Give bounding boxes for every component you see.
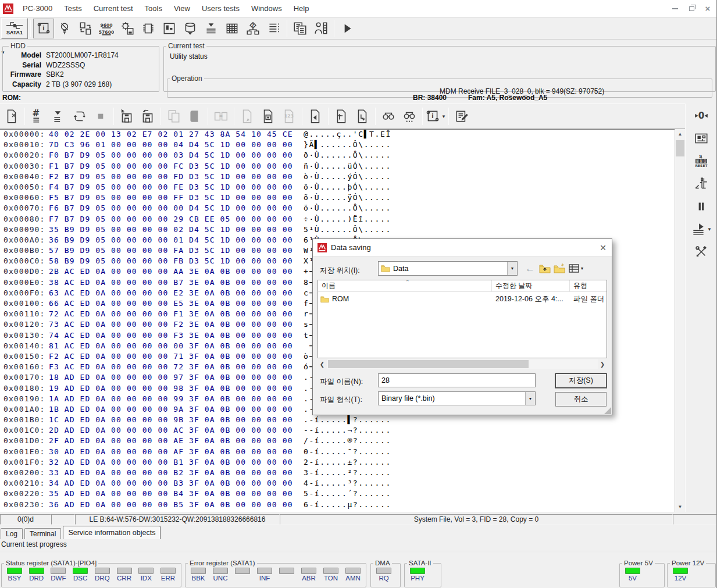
column-type[interactable]: 유형 xyxy=(570,280,607,291)
reset-counter-button[interactable]: 1000RESET xyxy=(691,151,712,171)
address-button[interactable]: # xyxy=(27,106,48,126)
hex-row[interactable]: 0x001E0:30 AD ED 0A 00 00 00 00 AF 3F 0A… xyxy=(0,447,675,458)
checksum-button[interactable] xyxy=(258,106,279,126)
database-button[interactable] xyxy=(180,19,201,38)
sata1-port-button[interactable]: SATA1 xyxy=(1,18,28,39)
up-folder-icon[interactable] xyxy=(538,262,551,275)
menu-item-tools[interactable]: Tools xyxy=(139,1,168,17)
hex-row[interactable]: 0x00210:34 AD ED 0A 00 00 00 00 B3 3F 0A… xyxy=(0,479,675,489)
find-button[interactable] xyxy=(378,106,399,126)
num123-button[interactable]: 123 xyxy=(279,106,299,126)
refresh-button[interactable] xyxy=(69,106,90,126)
tab-terminal[interactable]: Terminal xyxy=(24,528,61,539)
file-type-combobox[interactable]: Binary file (*.bin) ▼ xyxy=(378,391,536,405)
utility-resources-button[interactable]: i xyxy=(33,19,54,38)
tab-service-information-objects[interactable]: Service information objects xyxy=(63,526,160,539)
new-folder-icon[interactable] xyxy=(553,262,565,275)
back-icon[interactable]: ← xyxy=(524,262,536,275)
hex-row[interactable]: 0x001F0:32 AD ED 0A 00 00 00 00 B1 3F 0A… xyxy=(0,458,675,468)
menu-item-help[interactable]: Help xyxy=(288,1,315,17)
dialog-close-button[interactable]: ✕ xyxy=(594,239,612,256)
port-switch-button[interactable] xyxy=(75,19,96,38)
hex-row[interactable]: 0x00020:F0 B7 D9 05 00 00 00 00 03 D4 5C… xyxy=(0,151,675,161)
lamp-button[interactable] xyxy=(54,19,75,38)
page-next-button[interactable] xyxy=(352,106,373,126)
close-object-button[interactable] xyxy=(1,106,22,126)
file-list[interactable]: 이름 수정한 날짜 유형 ⌃ ROM 2019-12-06 오후 4:... 파… xyxy=(318,280,607,358)
hex-row[interactable]: 0x00000:40 02 2E 00 13 02 E7 02 01 27 43… xyxy=(0,130,675,140)
marker-button[interactable] xyxy=(48,106,69,126)
hex-row[interactable]: 0x001B0:1C AD ED 0A 00 00 00 00 9B 3F 0A… xyxy=(0,415,675,426)
send-button[interactable] xyxy=(237,106,258,126)
close-button[interactable]: × xyxy=(701,3,715,15)
menu-item-pc-3000[interactable]: PC-3000 xyxy=(17,1,58,17)
load-from-file-button[interactable] xyxy=(137,106,158,126)
combo-dropdown-button[interactable]: ▼ xyxy=(507,262,517,275)
page-prev-button[interactable] xyxy=(331,106,352,126)
scroll-left-arrow[interactable]: ❮ xyxy=(318,359,327,369)
pause-button[interactable] xyxy=(691,197,712,216)
hex-row[interactable]: 0x00240:37 AD ED 0A 00 00 00 00 B6 3F 0A… xyxy=(0,511,675,512)
edit-object-button[interactable] xyxy=(451,106,472,126)
file-row-rom[interactable]: ROM 2019-12-06 오후 4:... 파일 폴더 xyxy=(318,293,607,305)
hex-row[interactable]: 0x00040:F2 B7 D9 05 00 00 00 00 FD D3 5C… xyxy=(0,172,675,183)
page-back-button[interactable] xyxy=(305,106,326,126)
hex-row[interactable]: 0x00200:33 AD ED 0A 00 00 00 00 B2 3F 0A… xyxy=(0,468,675,479)
defect-list-button[interactable] xyxy=(263,19,284,38)
power-probe-button[interactable] xyxy=(691,174,712,194)
settings-save-button[interactable] xyxy=(117,19,138,38)
scroll-down-arrow[interactable]: ▼ xyxy=(675,502,685,512)
object-info-button[interactable]: i▼ xyxy=(425,106,446,126)
find-next-button[interactable] xyxy=(399,106,420,126)
paste-button[interactable] xyxy=(184,106,205,126)
chip-button[interactable] xyxy=(138,19,159,38)
user-mode-button[interactable] xyxy=(311,19,331,38)
save-in-combobox[interactable]: Data ▼ xyxy=(378,261,518,276)
stop-button[interactable] xyxy=(90,106,111,126)
scroll-up-arrow[interactable]: ▲ xyxy=(675,129,685,139)
compare-button[interactable]: = xyxy=(211,106,231,126)
run-button[interactable] xyxy=(337,19,358,38)
hex-row[interactable]: 0x00230:36 AD ED 0A 00 00 00 00 B5 3F 0A… xyxy=(0,500,675,511)
menu-item-current-test[interactable]: Current test xyxy=(88,1,139,17)
save-to-file-button[interactable] xyxy=(116,106,137,126)
resize-grip[interactable] xyxy=(604,407,611,414)
hex-row[interactable]: 0x00010:7D C3 96 01 00 00 00 00 04 D4 5C… xyxy=(0,140,675,151)
dialog-title-bar[interactable]: Data saving ✕ xyxy=(313,239,612,256)
object-info-dropdown-arrow[interactable]: ▼ xyxy=(441,114,446,119)
hex-row[interactable]: 0x00220:35 AD ED 0A 00 00 00 00 B4 3F 0A… xyxy=(0,489,675,500)
hex-row[interactable]: 0x00090:35 B9 D9 05 00 00 00 00 02 D4 5C… xyxy=(0,225,675,236)
restore-button[interactable] xyxy=(684,3,698,15)
scroll-right-arrow[interactable]: ❯ xyxy=(598,359,607,369)
merge-button[interactable] xyxy=(201,19,222,38)
block-diagram-button[interactable] xyxy=(159,19,180,38)
hex-row[interactable]: 0x00070:F6 B7 D9 05 00 00 00 00 00 D4 5C… xyxy=(0,204,675,214)
menu-item-view[interactable]: View xyxy=(168,1,196,17)
grid-button[interactable] xyxy=(222,19,242,38)
hex-row[interactable]: 0x00080:F7 B7 D9 05 00 00 00 00 29 CB EE… xyxy=(0,215,675,225)
pcb-button[interactable] xyxy=(691,129,712,148)
tools-button[interactable] xyxy=(691,242,712,262)
file-name-input[interactable] xyxy=(378,373,536,387)
file-list-horizontal-scrollbar[interactable]: ❮ ❯ xyxy=(318,359,607,369)
combo-dropdown-button[interactable]: ▼ xyxy=(525,392,535,405)
scroll-thumb[interactable] xyxy=(676,140,684,156)
drive-zero-button[interactable]: 0 xyxy=(691,106,712,126)
hex-row[interactable]: 0x00050:F4 B7 D9 05 00 00 00 00 FE D3 5C… xyxy=(0,183,675,193)
flowchart-button[interactable]: ? xyxy=(242,19,263,38)
hex-row[interactable]: 0x00030:F1 B7 D9 05 00 00 00 00 FC D3 5C… xyxy=(0,162,675,172)
copy-windows-button[interactable] xyxy=(290,19,311,38)
menu-item-users-tests[interactable]: Users tests xyxy=(196,1,245,17)
menu-item-windows[interactable]: Windows xyxy=(245,1,288,17)
scroll-track[interactable] xyxy=(327,359,598,369)
baud-rate-button[interactable]: 960057600 xyxy=(96,19,117,38)
menu-item-tests[interactable]: Tests xyxy=(58,1,87,17)
start-queue-dropdown-arrow[interactable]: ▼ xyxy=(707,227,712,232)
minimize-button[interactable] xyxy=(668,3,682,15)
hex-row[interactable]: 0x00060:F5 B7 D9 05 00 00 00 00 FF D3 5C… xyxy=(0,193,675,204)
cancel-button[interactable]: 취소 xyxy=(555,392,607,407)
save-button[interactable]: 저장(S) xyxy=(555,373,607,388)
hex-vertical-scrollbar[interactable]: ▲ ▼ xyxy=(675,129,684,512)
view-menu-icon[interactable]: ▼ xyxy=(568,262,585,275)
copy-button[interactable] xyxy=(163,106,184,126)
